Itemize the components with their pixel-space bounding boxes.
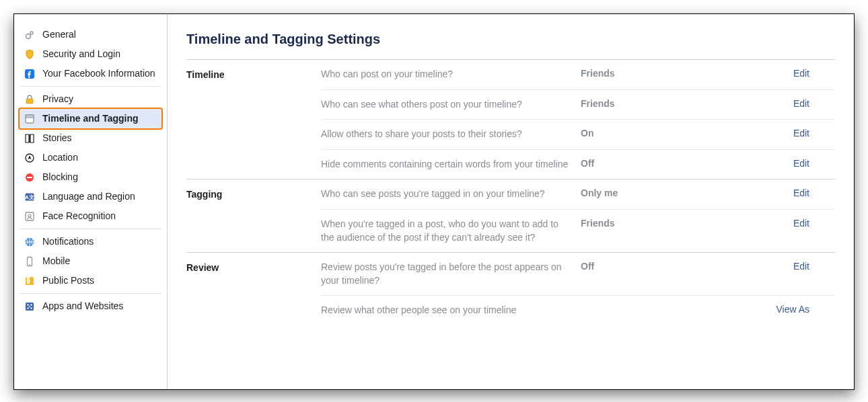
general-icon xyxy=(24,29,36,41)
sidebar-item-language[interactable]: A文Language and Region xyxy=(20,187,161,206)
sidebar-group: PrivacyTimeline and TaggingStoriesLocati… xyxy=(20,87,161,229)
sidebar-item-face[interactable]: Face Recognition xyxy=(20,206,161,226)
svg-point-20 xyxy=(27,307,28,309)
sidebar-item-general[interactable]: General xyxy=(20,25,161,44)
row-description: Review posts you're tagged in before the… xyxy=(321,261,570,287)
section-rows: Review posts you're tagged in before the… xyxy=(321,253,835,325)
edit-link[interactable]: Edit xyxy=(766,261,809,272)
settings-row[interactable]: Who can post on your timeline?FriendsEdi… xyxy=(321,60,835,89)
section-label: Review xyxy=(186,253,321,325)
svg-point-12 xyxy=(28,214,31,217)
svg-point-22 xyxy=(29,306,30,307)
language-icon: A文 xyxy=(24,191,36,203)
edit-link[interactable]: Edit xyxy=(766,158,809,169)
settings-section: TimelineWho can post on your timeline?Fr… xyxy=(186,59,835,179)
settings-row[interactable]: Hide comments containing certain words f… xyxy=(321,149,835,179)
row-value: Friends xyxy=(581,218,756,229)
settings-row[interactable]: Who can see posts you're tagged in on yo… xyxy=(321,179,835,209)
face-icon xyxy=(24,210,36,223)
location-icon xyxy=(24,152,36,164)
apps-icon xyxy=(24,300,36,313)
row-value: Off xyxy=(581,158,756,169)
edit-link[interactable]: Edit xyxy=(766,218,809,229)
notifications-icon xyxy=(24,236,36,248)
sidebar-group: NotificationsMobilePublic Posts xyxy=(20,229,161,294)
sidebar-item-label: Privacy xyxy=(42,93,157,105)
sidebar-item-timeline[interactable]: Timeline and Tagging xyxy=(18,108,163,130)
mobile-icon xyxy=(24,255,36,268)
sidebar-item-security[interactable]: Security and Login xyxy=(20,44,161,64)
row-description: Who can see what others post on your tim… xyxy=(321,98,570,112)
sidebar-item-label: Face Recognition xyxy=(42,210,157,222)
row-value: Friends xyxy=(581,68,756,79)
page-title: Timeline and Tagging Settings xyxy=(186,32,835,47)
privacy-icon xyxy=(24,93,36,106)
settings-row[interactable]: Allow others to share your posts to thei… xyxy=(321,119,835,149)
yourinfo-icon xyxy=(24,68,36,80)
sidebar-item-label: Public Posts xyxy=(42,274,157,286)
svg-point-18 xyxy=(27,304,28,305)
settings-row[interactable]: Who can see what others post on your tim… xyxy=(321,89,835,120)
sidebar-item-label: Apps and Websites xyxy=(42,300,157,312)
edit-link[interactable]: Edit xyxy=(766,128,809,138)
sidebar-item-stories[interactable]: Stories xyxy=(20,128,161,148)
svg-rect-5 xyxy=(26,115,34,118)
sidebar-group: GeneralSecurity and LoginYour Facebook I… xyxy=(20,22,161,87)
svg-rect-8 xyxy=(27,177,32,178)
section-label: Timeline xyxy=(186,60,321,179)
svg-text:A文: A文 xyxy=(25,194,34,200)
row-description: Who can post on your timeline? xyxy=(321,68,570,81)
timeline-icon xyxy=(24,113,36,125)
blocking-icon xyxy=(24,171,36,184)
sidebar-item-mobile[interactable]: Mobile xyxy=(20,251,161,271)
row-value: On xyxy=(581,128,756,138)
sidebar-item-apps[interactable]: Apps and Websites xyxy=(20,296,161,316)
row-value: Only me xyxy=(581,188,756,198)
section-rows: Who can post on your timeline?FriendsEdi… xyxy=(321,60,835,179)
svg-point-1 xyxy=(30,32,33,34)
section-rows: Who can see posts you're tagged in on yo… xyxy=(321,179,835,252)
sidebar-item-label: Location xyxy=(42,151,157,163)
settings-row[interactable]: Review what other people see on your tim… xyxy=(321,295,835,325)
settings-main: Timeline and Tagging Settings TimelineWh… xyxy=(168,14,854,389)
settings-section: ReviewReview posts you're tagged in befo… xyxy=(186,252,835,325)
sidebar-item-privacy[interactable]: Privacy xyxy=(20,89,161,109)
svg-point-0 xyxy=(26,34,31,39)
sidebar-item-label: Your Facebook Information xyxy=(42,67,157,79)
svg-rect-3 xyxy=(26,99,33,104)
sidebar-group: Apps and Websites xyxy=(20,294,161,319)
security-icon xyxy=(24,48,36,61)
edit-link[interactable]: Edit xyxy=(766,98,809,109)
sidebar-item-label: General xyxy=(42,28,157,40)
edit-link[interactable]: Edit xyxy=(766,188,809,198)
sidebar-item-yourinfo[interactable]: Your Facebook Information xyxy=(20,64,161,83)
sidebar-item-public[interactable]: Public Posts xyxy=(20,271,161,290)
view-as-link[interactable]: View As xyxy=(766,304,809,315)
sidebar-item-location[interactable]: Location xyxy=(20,148,161,167)
sidebar-item-label: Language and Region xyxy=(42,190,157,202)
sidebar-item-label: Timeline and Tagging xyxy=(42,112,157,124)
row-description: When you're tagged in a post, who do you… xyxy=(321,218,570,244)
row-value: Off xyxy=(581,261,756,272)
row-description: Allow others to share your posts to thei… xyxy=(321,128,570,141)
sidebar-item-label: Stories xyxy=(42,132,157,144)
row-value: Friends xyxy=(581,98,756,109)
row-description: Who can see posts you're tagged in on yo… xyxy=(321,188,570,201)
public-icon xyxy=(24,275,36,287)
settings-section: TaggingWho can see posts you're tagged i… xyxy=(186,179,835,252)
svg-rect-11 xyxy=(26,212,34,220)
settings-row[interactable]: When you're tagged in a post, who do you… xyxy=(321,209,835,252)
settings-sections: TimelineWho can post on your timeline?Fr… xyxy=(186,59,835,325)
edit-link[interactable]: Edit xyxy=(766,68,809,79)
svg-point-15 xyxy=(29,264,30,266)
row-description: Review what other people see on your tim… xyxy=(321,304,570,317)
sidebar-item-blocking[interactable]: Blocking xyxy=(20,167,161,187)
stories-icon xyxy=(24,132,36,145)
sidebar-item-label: Security and Login xyxy=(42,48,157,60)
sidebar-item-label: Blocking xyxy=(42,171,157,183)
settings-row[interactable]: Review posts you're tagged in before the… xyxy=(321,253,835,295)
sidebar-item-notifications[interactable]: Notifications xyxy=(20,232,161,251)
row-description: Hide comments containing certain words f… xyxy=(321,158,570,171)
settings-window: GeneralSecurity and LoginYour Facebook I… xyxy=(13,13,855,390)
svg-point-21 xyxy=(30,307,32,309)
